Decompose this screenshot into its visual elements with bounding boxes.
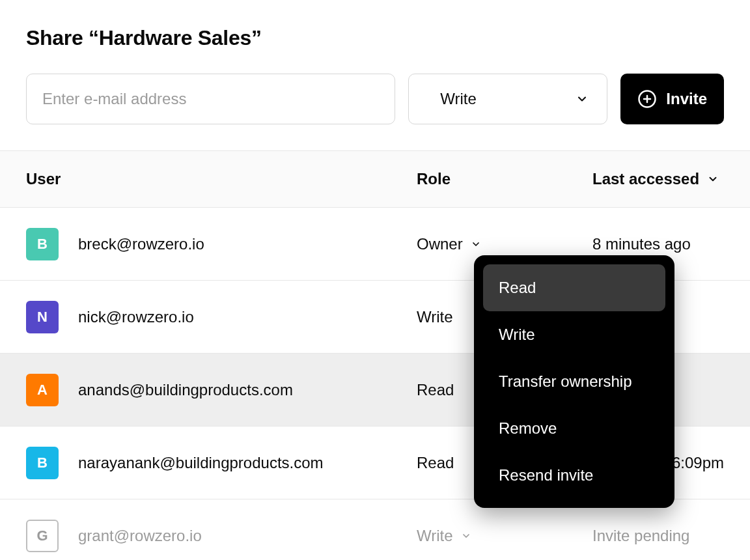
role-cell[interactable]: Write (417, 527, 592, 545)
dropdown-item-transfer-ownership[interactable]: Transfer ownership (483, 358, 665, 405)
invite-button[interactable]: Invite (620, 74, 724, 124)
plus-circle-icon (637, 89, 657, 109)
role-dropdown-menu: ReadWriteTransfer ownershipRemoveResend … (474, 255, 674, 508)
column-header-role: Role (417, 170, 592, 188)
role-cell[interactable]: Owner (417, 235, 592, 253)
user-email: nick@rowzero.io (78, 308, 194, 326)
role-label: Write (417, 527, 453, 545)
avatar: B (26, 447, 59, 479)
column-header-user: User (26, 170, 417, 188)
invite-button-label: Invite (666, 90, 707, 108)
user-email: grant@rowzero.io (78, 527, 202, 545)
chevron-down-icon (576, 92, 589, 105)
avatar: A (26, 374, 59, 406)
role-select-label: Write (440, 90, 477, 108)
avatar: N (26, 301, 59, 333)
email-input[interactable] (26, 74, 395, 124)
avatar: B (26, 228, 59, 260)
avatar: G (26, 520, 59, 552)
role-label: Owner (417, 235, 463, 253)
column-header-last-accessed[interactable]: Last accessed (592, 170, 724, 188)
last-accessed-cell: Invite pending (592, 527, 724, 545)
dropdown-item-resend-invite[interactable]: Resend invite (483, 452, 665, 499)
dropdown-item-read[interactable]: Read (483, 264, 665, 311)
invite-row: Write Invite (26, 74, 724, 124)
last-accessed-cell: 8 minutes ago (592, 235, 724, 253)
user-cell: Ggrant@rowzero.io (26, 520, 417, 552)
role-label: Write (417, 308, 453, 326)
user-email: anands@buildingproducts.com (78, 381, 293, 399)
user-email: breck@rowzero.io (78, 235, 204, 253)
chevron-down-icon (471, 239, 481, 249)
chevron-down-icon (461, 531, 471, 541)
table-row: Ggrant@rowzero.ioWriteInvite pending (0, 499, 750, 560)
user-cell: Bbreck@rowzero.io (26, 228, 417, 260)
dropdown-item-remove[interactable]: Remove (483, 405, 665, 452)
user-cell: Aanands@buildingproducts.com (26, 374, 417, 406)
column-header-last-label: Last accessed (592, 170, 699, 188)
dropdown-item-write[interactable]: Write (483, 311, 665, 358)
role-label: Read (417, 454, 454, 472)
user-cell: Bnarayanank@buildingproducts.com (26, 447, 417, 479)
role-select[interactable]: Write (408, 74, 607, 124)
user-email: narayanank@buildingproducts.com (78, 454, 324, 472)
table-header: User Role Last accessed (0, 150, 750, 208)
dialog-title: Share “Hardware Sales” (26, 26, 724, 50)
user-cell: Nnick@rowzero.io (26, 301, 417, 333)
chevron-down-icon (707, 173, 719, 185)
role-label: Read (417, 381, 454, 399)
